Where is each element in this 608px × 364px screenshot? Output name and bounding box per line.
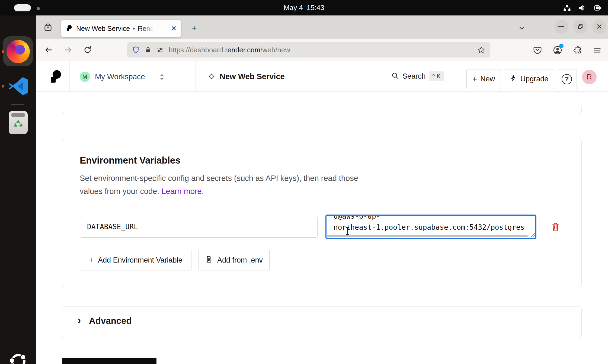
battery-icon — [593, 4, 602, 12]
search-icon — [391, 72, 399, 81]
previous-card-bottom-edge — [62, 106, 582, 114]
url-subdomain: dashboard. — [190, 46, 225, 54]
new-button-label: New — [480, 75, 495, 83]
back-icon[interactable] — [42, 43, 55, 57]
header-divider — [69, 61, 70, 92]
document-icon — [205, 256, 213, 265]
search-label: Search — [402, 72, 426, 81]
page-title: New Web Service — [220, 72, 285, 81]
header-divider — [457, 61, 457, 92]
reload-icon[interactable] — [81, 43, 94, 57]
render-app-header: M My Workspace New Web Service Search ^ … — [36, 61, 608, 92]
workspace-avatar[interactable]: M — [80, 72, 90, 82]
trash-dock-icon[interactable] — [9, 111, 28, 134]
pocket-icon[interactable] — [531, 44, 544, 57]
network-icon — [563, 4, 571, 12]
delete-env-var-trash-icon[interactable] — [550, 221, 561, 233]
window-close-button[interactable]: ✕ — [592, 20, 606, 34]
upgrade-button-label: Upgrade — [520, 75, 549, 83]
add-environment-variable-button[interactable]: + Add Environment Variable — [80, 250, 191, 270]
add-from-env-button[interactable]: Add from .env — [199, 250, 270, 270]
textarea-resize-handle[interactable] — [529, 232, 535, 237]
lightning-icon — [510, 74, 517, 84]
list-all-tabs-chevron-icon[interactable] — [515, 21, 528, 34]
browser-tab[interactable]: New Web Service • Rend ✕ — [61, 20, 181, 37]
url-scheme: https:// — [169, 46, 190, 54]
forward-icon[interactable] — [61, 43, 75, 57]
header-divider — [195, 61, 196, 92]
permissions-icon[interactable] — [156, 46, 164, 54]
browser-window: New Web Service • Rend ✕ + ✕ — [36, 15, 608, 364]
render-logo[interactable] — [48, 69, 62, 85]
ubuntu-apps-launcher-icon[interactable] — [8, 351, 29, 364]
tracking-protection-shield-icon[interactable] — [132, 46, 140, 54]
add-variable-label: Add Environment Variable — [98, 256, 183, 264]
mouse-ibeam-cursor — [345, 226, 350, 235]
advanced-card[interactable]: › Advanced — [62, 306, 582, 338]
env-value-text: d@aws-0-ap-northeast-1.pooler.supabase.c… — [334, 215, 524, 233]
workspace-switcher-chevrons-icon[interactable] — [158, 72, 166, 83]
vscode-running-dot — [2, 85, 4, 88]
system-tray[interactable] — [563, 0, 602, 15]
window-minimize-button[interactable] — [554, 20, 568, 34]
help-button[interactable]: ? — [557, 69, 577, 89]
new-tab-button[interactable]: + — [188, 21, 201, 34]
trash-lid — [11, 113, 25, 117]
textarea-horizontal-scrollbar[interactable] — [327, 235, 528, 237]
volume-icon — [578, 4, 586, 12]
account-icon[interactable] — [551, 44, 564, 57]
firefox-running-dot — [2, 50, 4, 53]
search-button[interactable]: Search ^ K — [391, 71, 444, 81]
plus-icon: + — [89, 256, 94, 265]
section-description-line1: Set environment-specific config and secr… — [80, 174, 358, 183]
url-domain: render.com — [225, 46, 260, 54]
screen: May 4 15:43 — [0, 0, 608, 364]
learn-more-link[interactable]: Learn more. — [161, 187, 204, 196]
workspace-name[interactable]: My Workspace — [95, 72, 145, 81]
question-mark-icon: ? — [562, 74, 572, 84]
lock-icon[interactable] — [144, 46, 152, 54]
url-bar[interactable]: https://dashboard.render.com/web/new — [127, 42, 490, 58]
new-button[interactable]: + New — [466, 69, 501, 89]
vscode-dock-icon[interactable] — [7, 75, 29, 99]
upgrade-button[interactable]: Upgrade — [505, 69, 553, 89]
chevron-right-icon[interactable]: › — [78, 315, 81, 326]
add-from-env-label: Add from .env — [217, 256, 263, 264]
clock-date: May 4 — [284, 4, 303, 12]
dock — [0, 15, 36, 364]
system-clock[interactable]: May 4 15:43 — [0, 0, 608, 15]
extensions-puzzle-icon[interactable] — [571, 44, 584, 57]
url-text[interactable]: https://dashboard.render.com/web/new — [169, 46, 290, 54]
bookmark-star-icon[interactable] — [477, 46, 485, 54]
deploy-web-service-button[interactable]: Deploy Web Service — [62, 358, 156, 364]
plus-icon: + — [472, 75, 477, 84]
advanced-title: Advanced — [89, 316, 132, 326]
page-content: Environment Variables Set environment-sp… — [36, 92, 608, 364]
tab-close-icon[interactable]: ✕ — [171, 24, 177, 33]
tab-bar: New Web Service • Rend ✕ + ✕ — [36, 15, 608, 39]
tab-favicon-render-icon — [65, 24, 72, 33]
tab-title-truncated: Rend — [138, 25, 155, 33]
firefox-view-icon[interactable] — [42, 21, 54, 33]
service-diamond-icon — [207, 72, 216, 82]
account-notification-dot — [559, 44, 564, 48]
dock-divider — [11, 104, 24, 105]
hamburger-menu-icon[interactable] — [591, 44, 604, 57]
recycle-icon — [12, 119, 24, 130]
env-key-input[interactable]: DATABASE_URL — [80, 216, 318, 238]
system-top-bar: May 4 15:43 — [0, 0, 608, 15]
tab-title-separator: • — [133, 25, 135, 33]
env-value-textarea[interactable]: d@aws-0-ap-northeast-1.pooler.supabase.c… — [325, 215, 536, 239]
user-avatar[interactable]: R — [582, 70, 597, 84]
navigation-toolbar: https://dashboard.render.com/web/new — [36, 39, 608, 61]
section-description-line2: values from your code. Learn more. — [80, 187, 204, 196]
url-path: /web/new — [260, 46, 290, 54]
environment-variables-card: Environment Variables Set environment-sp… — [62, 139, 582, 288]
window-restore-button[interactable] — [573, 20, 587, 34]
firefox-dock-icon[interactable] — [7, 40, 30, 63]
tab-title: New Web Service — [76, 25, 130, 33]
section-title: Environment Variables — [80, 155, 180, 166]
clock-time: 15:43 — [307, 4, 324, 12]
search-shortcut-kbd: ^ K — [429, 71, 444, 81]
